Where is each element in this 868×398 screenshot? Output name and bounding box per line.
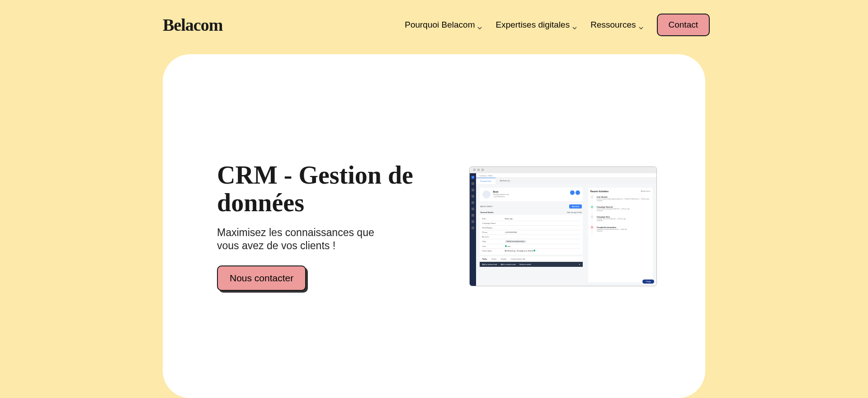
action-bar: Add a contact task Add a contact note Se… <box>480 262 583 267</box>
timeline-marker-icon <box>591 226 593 228</box>
activities-header: Recent Activities <box>590 190 609 193</box>
add-field-button: Add field <box>569 204 582 208</box>
chevron-down-icon <box>639 23 643 27</box>
activity-item: Campaign Opened contact opened campaign … <box>592 204 651 214</box>
window-dot-icon <box>481 169 484 171</box>
tab-deals: All Deals (2) <box>495 178 514 184</box>
hero-subtitle: Maximisez les connaissances que vous ave… <box>217 226 398 252</box>
help-button: ? Help <box>642 280 654 284</box>
detail-row: SubscriptionAll Workshop - Early Access … <box>482 249 580 253</box>
chevron-down-icon <box>477 23 482 27</box>
action-circle-icon <box>570 190 575 195</box>
detail-row: TagsWeekly Team Implementation <box>482 239 580 244</box>
status-dot-icon <box>533 250 535 251</box>
sidebar-icon <box>472 208 474 210</box>
main-nav: Pourquoi Belacom Expertises digitales Re… <box>405 14 710 36</box>
sidebar-icon <box>472 201 474 204</box>
action-circle-icon <box>576 190 580 195</box>
nav-why[interactable]: Pourquoi Belacom <box>405 20 482 30</box>
detail-row: State/Region <box>482 226 580 230</box>
tab-personal: Personal Info <box>476 178 496 184</box>
activities-filter: All Activities <box>641 190 650 193</box>
collapse-icon: ▾ <box>579 263 580 265</box>
timeline-marker-icon <box>591 196 593 198</box>
timeline-marker-icon <box>591 206 593 208</box>
sidebar-icon <box>472 189 474 191</box>
sidebar-icon <box>472 182 474 185</box>
activity-item: Campaign Sent campaign was sent Finally … <box>592 214 651 224</box>
hero-card: CRM - Gestion de données Maximisez les c… <box>163 54 705 398</box>
tag-pill: Weekly Team Implementation <box>505 240 526 243</box>
hero-left: CRM - Gestion de données Maximisez les c… <box>199 161 429 291</box>
nav-expertise-label: Expertises digitales <box>495 20 570 30</box>
contact-button[interactable]: Contact <box>657 14 710 36</box>
chevron-down-icon <box>572 23 577 27</box>
details-list: RoleSales ops Campaign Name State/Region… <box>480 215 583 255</box>
avatar <box>482 190 491 199</box>
detail-row: Phone+14155550134 <box>482 230 580 235</box>
sidebar-icon <box>472 214 474 217</box>
cta-contact-button[interactable]: Nous contacter <box>217 265 306 291</box>
window-dot-icon <box>473 169 476 171</box>
details-header: General Details <box>481 211 494 213</box>
crm-tabs: Personal Info All Deals (2) <box>476 178 656 184</box>
sidebar-icon <box>472 176 474 179</box>
crm-mockup: Contacts > Brett Personal Info All Deals… <box>469 166 657 286</box>
timeline-marker-icon <box>591 216 593 218</box>
nav-resources-label: Ressources <box>590 20 636 30</box>
sidebar-icon <box>472 195 474 198</box>
nav-resources[interactable]: Ressources <box>590 20 643 30</box>
sidebar-icon <box>472 220 474 223</box>
nav-why-label: Pourquoi Belacom <box>405 20 475 30</box>
status-dot-icon <box>505 245 507 247</box>
profile-phone: +14155550xxx <box>493 195 569 198</box>
window-titlebar <box>470 167 656 173</box>
brand-logo[interactable]: Belacom <box>163 15 222 35</box>
activity-item: Completed automation completed automatio… <box>592 225 651 235</box>
crm-sidebar <box>470 173 476 286</box>
detail-row: Campaign Name <box>482 221 580 226</box>
window-dot-icon <box>477 169 480 171</box>
bottom-tabs: Tasks Notes Emails Conversations (0) <box>480 256 583 262</box>
breadcrumb: Contacts > Brett <box>476 173 656 178</box>
detail-row: Liststest <box>482 244 580 249</box>
about-label: ABOUT BRETT <box>481 205 493 208</box>
profile-header: Brett brett@example.com +14155550xxx <box>480 188 583 201</box>
sidebar-icon <box>472 227 474 229</box>
hero-right: Contacts > Brett Personal Info All Deals… <box>457 166 669 286</box>
nav-expertise[interactable]: Expertises digitales <box>495 20 577 30</box>
activity-item: Link Clicked contact clicked on https://… <box>592 194 651 204</box>
field-filter: Hide Empty Fields <box>567 211 581 213</box>
hero-title: CRM - Gestion de données <box>217 161 429 217</box>
detail-row: RoleSales ops <box>482 217 580 221</box>
detail-row: Account <box>482 235 580 239</box>
activities-panel: Recent Activities All Activities Link Cl… <box>588 188 653 282</box>
